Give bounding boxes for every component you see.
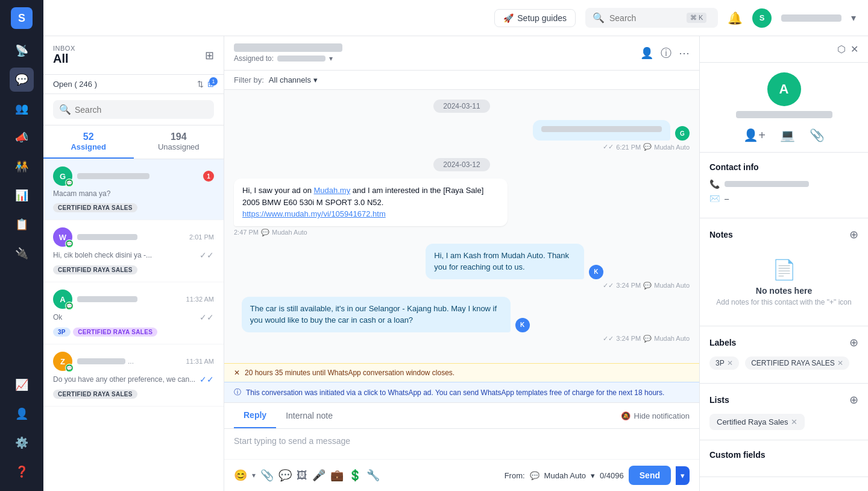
msg-time: 3:24 PM — [616, 335, 641, 342]
add-agent-icon[interactable]: 👤+ — [743, 128, 766, 142]
contact-name-blurred — [77, 296, 137, 302]
sidebar-search-bar: 🔍 — [43, 94, 224, 125]
lists-title: Lists — [709, 395, 729, 405]
sidebar-header: INBOX All ⊞ — [43, 36, 224, 75]
rocket-icon: 🚀 — [503, 13, 514, 23]
user-avatar[interactable]: S — [752, 8, 772, 28]
list-item[interactable]: A 💬 11:32 AM Ok ✓✓ 3P CERTIFIED RAYA SAL… — [43, 282, 224, 344]
remove-label-button[interactable]: ✕ — [837, 359, 843, 367]
avatar: G — [675, 126, 690, 141]
add-note-button[interactable]: ⊕ — [849, 228, 858, 241]
open-count-label: Open ( 246 ) — [53, 80, 97, 89]
layout-icon[interactable]: ⊞ — [205, 49, 214, 62]
remove-label-button[interactable]: ✕ — [727, 359, 733, 367]
contact-name-blurred — [77, 173, 149, 179]
nav-icon-campaigns[interactable]: 📣 — [10, 125, 34, 150]
attach-icon[interactable]: 📎 — [810, 128, 825, 142]
tab-reply[interactable]: Reply — [234, 403, 276, 428]
attach-icon[interactable]: 📎 — [260, 469, 274, 482]
reply-footer: 😊 ▾ 📎 💬 🖼 🎤 💼 💲 🔧 From: 💬 Mudah Auto — [224, 459, 699, 491]
unread-badge: 1 — [203, 171, 214, 182]
remove-list-button[interactable]: ✕ — [791, 417, 797, 426]
date-divider: 2024-03-12 — [433, 158, 489, 171]
labels-section: Labels ⊕ 3P ✕ CERTIFIED RAYA SALES ✕ — [700, 326, 868, 384]
whatsapp-badge: 💬 — [65, 364, 74, 372]
nav-icon-contacts[interactable]: 👥 — [10, 97, 34, 121]
phone-icon: 📞 — [709, 179, 720, 189]
msg-link[interactable]: Mudah.my — [314, 186, 351, 195]
sidebar: INBOX All ⊞ Open ( 246 ) ⇅ ⊞ 1 — [43, 36, 224, 491]
chat-messages: 2024-03-11 G ✓✓ 6:21 PM 💬 Mudah Auto — [224, 90, 699, 363]
close-icon[interactable]: ✕ — [851, 43, 858, 55]
conv-tag: CERTIFIED RAYA SALES — [53, 390, 137, 399]
tab-internal-note[interactable]: Internal note — [276, 404, 342, 428]
bell-icon[interactable]: 🔔 — [728, 11, 743, 25]
nav-icon-reports[interactable]: 📊 — [10, 183, 34, 207]
app-logo: S — [11, 7, 33, 29]
new-conversation-icon[interactable]: 💻 — [780, 128, 795, 142]
sort-icon[interactable]: ⇅ — [197, 80, 204, 89]
list-item[interactable]: Z 💬 ... 11:31 AM Do you have any other p… — [43, 344, 224, 407]
add-label-button[interactable]: ⊕ — [849, 336, 858, 349]
nav-icon-broadcast[interactable]: 📡 — [10, 39, 34, 63]
from-value: Mudah Auto — [544, 471, 586, 480]
bubble-icon[interactable]: 💬 — [278, 469, 292, 482]
more-icon[interactable]: ⋯ — [679, 46, 690, 60]
msg-meta: 2:47 PM 💬 Mudah Auto — [234, 229, 307, 236]
filter-by-label: Filter by: — [234, 75, 264, 84]
nav-icon-team[interactable]: 🧑‍🤝‍🧑 — [10, 154, 34, 179]
nav-icon-settings[interactable]: ⚙️ — [10, 431, 34, 455]
bag-icon[interactable]: 💼 — [330, 469, 344, 482]
msg-row: G ✓✓ 6:21 PM 💬 Mudah Auto — [234, 120, 690, 151]
sidebar-search-input[interactable] — [75, 105, 208, 115]
right-panel: ⬡ ✕ A 👤+ 💻 📎 Contact info 📞 — [699, 36, 868, 491]
msg-sender: Mudah Auto — [654, 335, 690, 342]
msg-link-url[interactable]: https://www.mudah.my/vi/105941672.htm — [242, 209, 386, 218]
conv-message: Macam mana ya? — [53, 189, 214, 198]
add-list-button[interactable]: ⊕ — [849, 393, 858, 407]
send-button[interactable]: Send — [629, 466, 671, 485]
nav-icon-help[interactable]: ❓ — [10, 460, 34, 484]
msg-meta: ✓✓ 3:24 PM 💬 Mudah Auto — [603, 282, 690, 290]
assign-icon[interactable]: 👤 — [640, 46, 653, 60]
list-item[interactable]: W 💬 2:01 PM Hi, cik boleh check disini y… — [43, 220, 224, 282]
lists-section: Lists ⊕ Certified Raya Sales ✕ — [700, 384, 868, 440]
notification-text2: This conversation was initiated via a cl… — [246, 388, 664, 397]
nav-icon-agents[interactable]: 👤 — [10, 402, 34, 426]
assigned-label: Assigned to: — [234, 54, 274, 63]
conversation-list: G 💬 1 Macam mana ya? CERTIFIED RAYA SALE… — [43, 159, 224, 491]
lists-header: Lists ⊕ — [709, 393, 858, 407]
chevron-down-icon[interactable]: ▾ — [329, 54, 333, 63]
contact-info-header: Contact info — [709, 162, 858, 172]
nav-icon-inbox[interactable]: 💬 — [10, 68, 34, 92]
custom-fields-section: Custom fields — [700, 440, 868, 477]
global-search-input[interactable] — [609, 13, 682, 23]
image-icon[interactable]: 🖼 — [297, 469, 307, 482]
nav-icon-activity[interactable]: 📈 — [10, 373, 34, 397]
setup-guides-button[interactable]: 🚀 Setup guides — [494, 9, 576, 27]
msg-row: Hi, I am Kash from Mudah Auto. Thank you… — [234, 244, 690, 290]
chevron-down-icon[interactable]: ▾ — [252, 471, 256, 480]
tool-icon[interactable]: 🔧 — [366, 469, 380, 482]
inbox-label: INBOX — [53, 45, 75, 52]
send-options-button[interactable]: ▾ — [676, 466, 690, 485]
bell-off-icon: 🔕 — [621, 411, 631, 420]
emoji-icon[interactable]: 😊 — [234, 469, 247, 482]
mic-icon[interactable]: 🎤 — [312, 469, 326, 482]
conv-prefix-tag: 3P — [53, 328, 71, 337]
chevron-down-icon[interactable]: ▾ — [591, 471, 595, 480]
list-item[interactable]: G 💬 1 Macam mana ya? CERTIFIED RAYA SALE… — [43, 159, 224, 220]
nav-icon-integrations[interactable]: 🔌 — [10, 241, 34, 265]
labels-header: Labels ⊕ — [709, 336, 858, 349]
tab-assigned[interactable]: 52 Assigned — [43, 125, 134, 159]
global-search-box[interactable]: 🔍 ⌘ K — [585, 8, 718, 28]
dollar-icon[interactable]: 💲 — [348, 469, 362, 482]
nav-icon-templates[interactable]: 📋 — [10, 212, 34, 236]
hide-notification-button[interactable]: 🔕 Hide notification — [621, 411, 690, 420]
reply-input-area[interactable]: Start typing to send a message — [224, 429, 699, 459]
info-icon[interactable]: ⓘ — [661, 46, 671, 60]
tab-unassigned[interactable]: 194 Unassigned — [134, 125, 224, 159]
chevron-down-icon[interactable]: ▾ — [851, 12, 856, 24]
channel-filter[interactable]: All channels ▾ — [269, 75, 318, 84]
expand-icon[interactable]: ⬡ — [837, 43, 846, 55]
